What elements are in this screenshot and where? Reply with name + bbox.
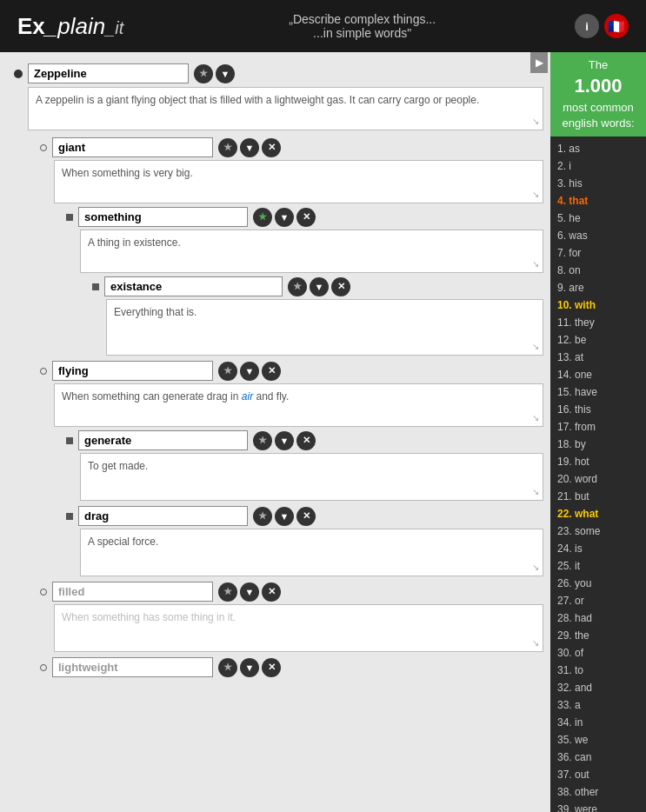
word-list-item[interactable]: 31. to xyxy=(550,662,646,679)
word-list-item[interactable]: 32. and xyxy=(550,679,646,696)
node-lightweight-x-button[interactable]: ✕ xyxy=(262,658,281,677)
node-something-bullet xyxy=(66,214,73,221)
word-list-item[interactable]: 16. this xyxy=(550,401,646,418)
node-drag-btn-group: ★ ▼ ✕ xyxy=(253,507,316,526)
node-giant-down-button[interactable]: ▼ xyxy=(240,138,259,157)
node-flying-input[interactable] xyxy=(52,361,213,381)
word-list-item[interactable]: 6. was xyxy=(550,227,646,244)
node-something-x-button[interactable]: ✕ xyxy=(296,208,316,227)
node-giant-x-button[interactable]: ✕ xyxy=(262,138,281,157)
word-list-item[interactable]: 26. you xyxy=(550,575,646,592)
level2-something-container: ★ ▼ ✕ A thing in existence. xyxy=(66,207,543,356)
node-flying-star-button[interactable]: ★ xyxy=(218,362,237,381)
word-list-item[interactable]: 35. we xyxy=(550,731,646,749)
node-drag-x-button[interactable]: ✕ xyxy=(296,507,316,526)
root-description-wrapper: A zeppelin is a giant flying object that… xyxy=(14,87,543,134)
word-list-item[interactable]: 37. out xyxy=(550,766,646,783)
word-list-item[interactable]: 20. word xyxy=(550,470,646,488)
node-lightweight-down-button[interactable]: ▼ xyxy=(240,658,259,677)
node-something-down-button[interactable]: ▼ xyxy=(275,208,294,227)
word-list-item[interactable]: 29. the xyxy=(550,627,646,644)
word-list-item[interactable]: 4. that xyxy=(550,192,646,210)
node-filled-down-button[interactable]: ▼ xyxy=(240,582,259,602)
word-list-item[interactable]: 25. it xyxy=(550,557,646,575)
node-generate-input[interactable] xyxy=(78,430,248,450)
word-list-item[interactable]: 1. as xyxy=(550,140,646,157)
word-list-item[interactable]: 11. they xyxy=(550,314,646,331)
info-button[interactable]: i xyxy=(575,14,599,38)
word-list-item[interactable]: 33. a xyxy=(550,696,646,714)
node-existance-input[interactable] xyxy=(104,276,283,296)
node-generate: ★ ▼ ✕ To get made. xyxy=(66,430,543,501)
node-generate-header: ★ ▼ ✕ xyxy=(66,430,543,450)
logo-plain: _plain xyxy=(45,13,105,40)
word-list-item[interactable]: 39. were xyxy=(550,801,646,812)
node-giant-description: When something is very big. xyxy=(54,160,543,203)
node-drag-header: ★ ▼ ✕ xyxy=(66,506,543,526)
word-list-item[interactable]: 3. his xyxy=(550,175,646,192)
word-list-item[interactable]: 12. be xyxy=(550,331,646,349)
word-list-item[interactable]: 28. had xyxy=(550,609,646,627)
word-list-item[interactable]: 7. for xyxy=(550,244,646,262)
node-lightweight-bullet xyxy=(40,664,47,671)
root-star-button[interactable]: ★ xyxy=(194,64,213,83)
node-drag-input[interactable] xyxy=(78,506,248,526)
node-filled-header: ★ ▼ ✕ xyxy=(40,582,543,602)
node-something-star-button[interactable]: ★ xyxy=(253,208,272,227)
node-generate-star-button[interactable]: ★ xyxy=(253,431,272,450)
word-list-item[interactable]: 24. is xyxy=(550,540,646,557)
node-existance-bullet xyxy=(92,283,99,290)
node-flying-desc-wrapper: When something can generate drag in air … xyxy=(40,383,543,427)
word-list-item[interactable]: 9. are xyxy=(550,279,646,296)
word-list-item[interactable]: 18. by xyxy=(550,436,646,453)
word-list-item[interactable]: 27. or xyxy=(550,592,646,609)
node-flying-down-button[interactable]: ▼ xyxy=(240,362,259,381)
word-list: 1. as2. i3. his4. that5. he6. was7. for8… xyxy=(550,136,646,812)
word-list-item[interactable]: 13. at xyxy=(550,349,646,366)
word-list-item[interactable]: 5. he xyxy=(550,210,646,227)
word-list-item[interactable]: 21. but xyxy=(550,488,646,505)
word-list-item[interactable]: 10. with xyxy=(550,296,646,314)
level3-existance-container: ★ ▼ ✕ Everything that is. xyxy=(92,276,543,356)
node-filled-input[interactable] xyxy=(52,582,213,602)
node-flying-x-button[interactable]: ✕ xyxy=(262,362,281,381)
node-drag-down-button[interactable]: ▼ xyxy=(275,507,294,526)
word-list-item[interactable]: 17. from xyxy=(550,418,646,436)
word-list-item[interactable]: 34. in xyxy=(550,714,646,731)
word-list-item[interactable]: 19. hot xyxy=(550,453,646,470)
node-giant-input[interactable] xyxy=(52,137,213,157)
node-giant-star-button[interactable]: ★ xyxy=(218,138,237,157)
node-giant: ★ ▼ ✕ When something is very big. xyxy=(40,137,543,356)
node-lightweight-btn-group: ★ ▼ ✕ xyxy=(218,658,281,677)
root-bullet xyxy=(14,70,23,78)
word-list-item[interactable]: 23. some xyxy=(550,522,646,540)
node-something-input[interactable] xyxy=(78,207,248,227)
scroll-up-button[interactable]: ▶ xyxy=(530,52,548,73)
node-lightweight-star-button[interactable]: ★ xyxy=(218,658,237,677)
node-generate-down-button[interactable]: ▼ xyxy=(275,431,294,450)
word-list-item[interactable]: 8. on xyxy=(550,262,646,279)
word-list-item[interactable]: 30. of xyxy=(550,644,646,662)
node-existance-down-button[interactable]: ▼ xyxy=(310,277,329,296)
node-filled-btn-group: ★ ▼ ✕ xyxy=(218,582,281,602)
node-existance-star-button[interactable]: ★ xyxy=(288,277,307,296)
node-drag: ★ ▼ ✕ A special force. xyxy=(66,506,543,576)
word-list-item[interactable]: 15. have xyxy=(550,383,646,401)
node-flying-bullet xyxy=(40,368,47,375)
word-list-item[interactable]: 14. one xyxy=(550,366,646,383)
word-list-item[interactable]: 2. i xyxy=(550,157,646,175)
root-input[interactable] xyxy=(28,63,189,83)
node-drag-description: A special force. xyxy=(80,529,543,576)
right-panel-sub: most common english words: xyxy=(562,101,634,130)
node-lightweight-input[interactable] xyxy=(52,657,213,677)
node-filled-star-button[interactable]: ★ xyxy=(218,582,237,602)
node-filled-x-button[interactable]: ✕ xyxy=(262,582,281,602)
node-generate-x-button[interactable]: ✕ xyxy=(296,431,316,450)
word-list-item[interactable]: 38. other xyxy=(550,783,646,801)
root-down-button[interactable]: ▼ xyxy=(216,64,235,83)
lang-button[interactable]: 🇫🇷 xyxy=(604,14,629,38)
word-list-item[interactable]: 22. what xyxy=(550,505,646,522)
node-drag-star-button[interactable]: ★ xyxy=(253,507,272,526)
node-existance-x-button[interactable]: ✕ xyxy=(331,277,350,296)
word-list-item[interactable]: 36. can xyxy=(550,749,646,766)
